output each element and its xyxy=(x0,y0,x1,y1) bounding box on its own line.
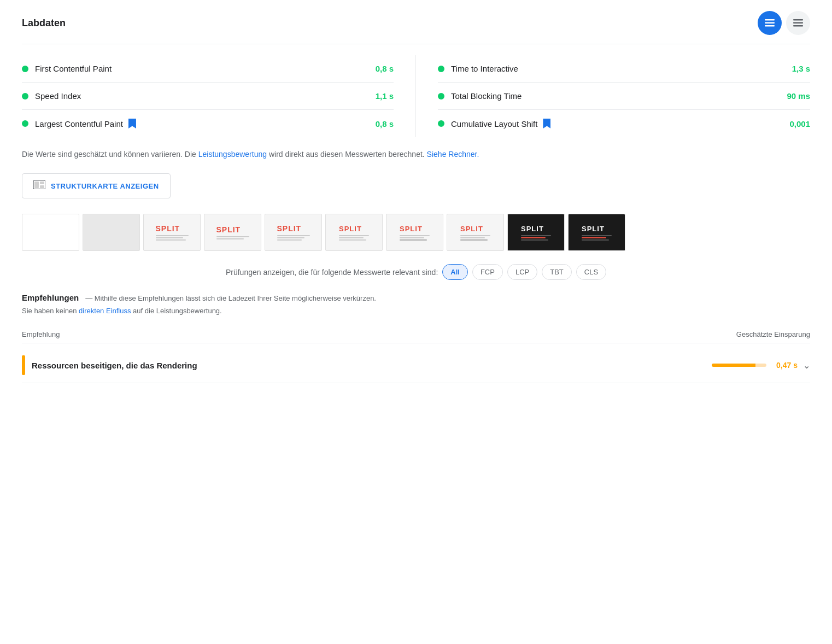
filter-label: Prüfungen anzeigen, die für folgende Mes… xyxy=(226,268,438,277)
metric-name-cls: Cumulative Layout Shift xyxy=(451,119,789,128)
list-view-button[interactable] xyxy=(758,11,782,35)
svg-rect-3 xyxy=(793,19,803,21)
metric-cls: Cumulative Layout Shift 0,001 xyxy=(438,110,810,137)
structmap-button[interactable]: STRUKTURKARTE ANZEIGEN xyxy=(22,173,171,198)
thumbnail-3[interactable]: SPLIT xyxy=(204,214,261,251)
list-icon xyxy=(765,19,775,27)
metric-value-lcp: 0,8 s xyxy=(376,119,394,128)
rec-saving-0: 0,47 s ⌄ xyxy=(712,360,810,371)
metric-name-si: Speed Index xyxy=(35,91,376,101)
green-dot-tti xyxy=(438,66,444,72)
structmap-label: STRUKTURKARTE ANZEIGEN xyxy=(51,182,159,190)
metric-name-tti: Time to Interactive xyxy=(451,64,792,73)
thumbnail-9[interactable]: SPLIT xyxy=(568,214,625,251)
leistungsbewertung-link[interactable]: Leistungsbewertung xyxy=(198,150,267,159)
rec-indicator-0 xyxy=(22,355,25,375)
metric-si: Speed Index 1,1 s xyxy=(22,83,394,110)
metric-name-fcp: First Contentful Paint xyxy=(35,64,376,73)
metric-name-tbt: Total Blocking Time xyxy=(451,91,787,101)
filter-btn-fcp[interactable]: FCP xyxy=(472,264,503,280)
filter-btn-tbt[interactable]: TBT xyxy=(542,264,572,280)
bookmark-icon-lcp xyxy=(128,119,136,128)
svg-rect-2 xyxy=(765,25,775,27)
metric-value-tti: 1,3 s xyxy=(792,64,810,73)
thumbnail-7[interactable]: SPLIT xyxy=(447,214,504,251)
menu-button[interactable] xyxy=(786,11,810,35)
svg-rect-4 xyxy=(793,22,803,24)
svg-rect-1 xyxy=(765,22,775,24)
thumbnail-0[interactable] xyxy=(22,214,79,251)
metrics-left: First Contentful Paint 0,8 s Speed Index… xyxy=(22,55,416,137)
recommendations-section-header: Empfehlungen — Mithilfe diese Empfehlung… xyxy=(22,293,810,302)
thumbnail-6[interactable]: SPLIT xyxy=(386,214,443,251)
green-dot-lcp xyxy=(22,120,28,127)
rec-chevron-0[interactable]: ⌄ xyxy=(803,360,810,371)
table-header: Empfehlung Geschätzte Einsparung xyxy=(22,326,810,343)
description-text: Die Werte sind geschätzt und können vari… xyxy=(22,148,810,160)
svg-rect-8 xyxy=(40,182,44,184)
rechner-link[interactable]: Siehe Rechner. xyxy=(427,150,479,159)
structmap-icon xyxy=(33,180,45,191)
thumbnails-row: SPLIT SPLIT SPLIT xyxy=(22,214,810,251)
svg-rect-5 xyxy=(793,25,803,27)
metric-tti: Time to Interactive 1,3 s xyxy=(438,55,810,83)
rec-name-0: Ressourcen beseitigen, die das Rendering xyxy=(32,361,705,370)
svg-rect-0 xyxy=(765,19,775,21)
metric-value-si: 1,1 s xyxy=(376,91,394,101)
rec-saving-value-0: 0,47 s xyxy=(776,361,798,370)
recommendations-subdesc: Sie haben keinen direkten Einfluss auf d… xyxy=(22,307,810,315)
metric-value-cls: 0,001 xyxy=(789,119,810,128)
green-dot-tbt xyxy=(438,93,444,99)
svg-rect-7 xyxy=(34,182,39,188)
metric-value-fcp: 0,8 s xyxy=(376,64,394,73)
page-title: Labdaten xyxy=(22,17,66,29)
metrics-right: Time to Interactive 1,3 s Total Blocking… xyxy=(416,55,810,137)
thumbnail-1[interactable] xyxy=(83,214,140,251)
green-dot-cls xyxy=(438,120,444,127)
filter-btn-lcp[interactable]: LCP xyxy=(507,264,537,280)
recommendation-row-0[interactable]: Ressourcen beseitigen, die das Rendering… xyxy=(22,348,810,383)
green-dot-fcp xyxy=(22,66,28,72)
thumbnail-2[interactable]: SPLIT xyxy=(143,214,201,251)
thumbnail-4[interactable]: SPLIT xyxy=(265,214,322,251)
metric-lcp: Largest Contentful Paint 0,8 s xyxy=(22,110,394,137)
thumbnail-8[interactable]: SPLIT xyxy=(507,214,565,251)
direkten-einfluss-link[interactable]: direkten Einfluss xyxy=(79,307,131,315)
filter-row: Prüfungen anzeigen, die für folgende Mes… xyxy=(22,264,810,280)
metric-fcp: First Contentful Paint 0,8 s xyxy=(22,55,394,83)
recommendations-title: Empfehlungen xyxy=(22,293,79,302)
header-buttons xyxy=(758,11,810,35)
rec-saving-bar-0 xyxy=(712,364,766,367)
recommendations-desc: — Mithilfe diese Empfehlungen lässt sich… xyxy=(85,294,376,302)
filter-btn-all[interactable]: All xyxy=(442,264,468,280)
filter-btn-cls[interactable]: CLS xyxy=(576,264,606,280)
metrics-grid: First Contentful Paint 0,8 s Speed Index… xyxy=(22,55,810,137)
col-header-name: Empfehlung xyxy=(22,330,60,338)
col-header-saving: Geschätzte Einsparung xyxy=(736,330,810,338)
metric-tbt: Total Blocking Time 90 ms xyxy=(438,83,810,110)
labdaten-header: Labdaten xyxy=(22,11,810,44)
menu-icon xyxy=(793,19,803,27)
bookmark-icon-cls xyxy=(543,119,550,128)
metric-name-lcp: Largest Contentful Paint xyxy=(35,119,376,128)
metric-value-tbt: 90 ms xyxy=(787,91,810,101)
svg-rect-9 xyxy=(40,185,44,188)
thumbnail-5[interactable]: SPLIT xyxy=(325,214,383,251)
green-dot-si xyxy=(22,93,28,99)
